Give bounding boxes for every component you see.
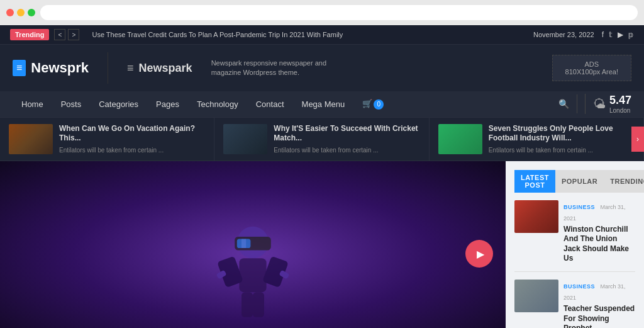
logo-left[interactable]: ≡ Newsprk xyxy=(13,60,89,76)
ads-label: ADS xyxy=(565,60,618,68)
nav-contact[interactable]: Contact xyxy=(247,92,293,116)
featured-desc-3: Entilators will be taken from certain ..… xyxy=(489,146,635,154)
featured-content-1: When Can We Go On Vacation Again? This..… xyxy=(59,124,205,154)
maximize-dot[interactable] xyxy=(28,9,35,16)
nav-categories[interactable]: Categories xyxy=(90,92,147,116)
nav-technology[interactable]: Technology xyxy=(188,92,247,116)
logo-center-text: Newspark xyxy=(139,62,192,75)
sidebar-item-meta-2: BUSINESS March 31, 2021 xyxy=(564,280,635,302)
browser-chrome xyxy=(0,0,644,25)
facebook-icon[interactable]: f xyxy=(602,30,604,39)
nav-home[interactable]: Home xyxy=(13,92,52,116)
featured-item-2[interactable]: Why It'S Easier To Succeed With Cricket … xyxy=(214,118,429,161)
sidebar-thumb-1 xyxy=(514,200,558,233)
social-icons: f 𝕥 ▶ 𝕡 xyxy=(602,30,634,39)
sidebar-item-meta-1: BUSINESS March 31, 2021 xyxy=(564,200,635,223)
youtube-icon[interactable]: ▶ xyxy=(618,30,623,39)
tab-trending[interactable]: TRENDING xyxy=(604,170,644,193)
featured-img-3 xyxy=(438,124,482,154)
svg-rect-3 xyxy=(242,239,246,247)
sidebar-item-1[interactable]: BUSINESS March 31, 2021 Winston Churchil… xyxy=(514,200,635,272)
featured-desc-2: Entilators will be taken from certain ..… xyxy=(274,146,419,154)
featured-item-3[interactable]: Seven Struggles Only People Love Footbal… xyxy=(430,118,644,161)
top-bar-nav: < > xyxy=(54,29,79,40)
logo-center[interactable]: ≡ Newspark xyxy=(127,62,192,75)
featured-content-3: Seven Struggles Only People Love Footbal… xyxy=(489,124,635,154)
cart-count: 0 xyxy=(374,99,384,110)
featured-title-3: Seven Struggles Only People Love Footbal… xyxy=(489,124,635,144)
topbar-date: November 23, 2022 xyxy=(533,31,594,38)
main-content: ENTERTAINMENT / March 31, 2021 Bobby Bro… xyxy=(0,161,644,328)
topbar-headline: Use These Travel Credit Cards To Plan A … xyxy=(92,31,533,38)
twitter-icon[interactable]: 𝕥 xyxy=(609,30,613,39)
sidebar-cat-2: BUSINESS xyxy=(564,283,595,290)
vr-figure-svg xyxy=(196,183,309,328)
featured-img-1 xyxy=(9,124,53,154)
logo-left-text: Newsprk xyxy=(31,60,89,76)
sidebar-tabs: LATEST POST POPULAR TRENDING xyxy=(514,170,635,193)
url-bar[interactable] xyxy=(40,5,638,20)
sidebar-item-2[interactable]: BUSINESS March 31, 2021 Teacher Suspende… xyxy=(514,280,635,328)
featured-title-2: Why It'S Easier To Succeed With Cricket … xyxy=(274,124,419,144)
nav-posts[interactable]: Posts xyxy=(52,92,91,116)
main-article-container: ENTERTAINMENT / March 31, 2021 Bobby Bro… xyxy=(0,161,506,328)
play-button[interactable] xyxy=(465,240,493,268)
featured-item-1[interactable]: When Can We Go On Vacation Again? This..… xyxy=(0,118,214,161)
main-article: ENTERTAINMENT / March 31, 2021 Bobby Bro… xyxy=(0,161,506,328)
featured-next-btn[interactable]: › xyxy=(631,127,644,152)
pinterest-icon[interactable]: 𝕡 xyxy=(628,30,634,39)
weather-temp: 5.47 xyxy=(609,94,631,107)
search-icon[interactable]: 🔍 xyxy=(558,99,569,109)
header-desc-line1: Newspark responsive newspaper and xyxy=(211,59,326,67)
weather-icon: 🌤 xyxy=(593,97,606,111)
top-bar-right: November 23, 2022 f 𝕥 ▶ 𝕡 xyxy=(533,30,634,39)
nav-megamenu[interactable]: Mega Menu xyxy=(293,92,354,116)
sidebar-item-content-2: BUSINESS March 31, 2021 Teacher Suspende… xyxy=(564,280,635,328)
weather-city: London xyxy=(609,107,631,114)
featured-title-1: When Can We Go On Vacation Again? This..… xyxy=(59,124,205,144)
minimize-dot[interactable] xyxy=(17,9,25,16)
tab-latest-post[interactable]: LATEST POST xyxy=(514,170,555,193)
ads-size: 810X100px Area! xyxy=(565,68,618,76)
sidebar-thumb-2 xyxy=(514,280,558,312)
header-description: Newspark responsive newspaper and magazi… xyxy=(211,59,540,78)
sidebar-cat-1: BUSINESS xyxy=(564,204,595,210)
topbar-prev-btn[interactable]: < xyxy=(54,29,65,40)
navigation: Home Posts Categories Pages Technology C… xyxy=(0,91,644,118)
header-divider xyxy=(108,52,108,84)
nav-cart[interactable]: 🛒0 xyxy=(353,91,392,117)
main-article-image xyxy=(0,161,506,328)
featured-desc-1: Entilators will be taken from certain ..… xyxy=(59,146,205,154)
svg-rect-9 xyxy=(242,292,253,317)
trending-badge: Trending xyxy=(10,29,49,40)
topbar-next-btn[interactable]: > xyxy=(68,29,79,40)
browser-dots xyxy=(6,9,35,16)
weather-widget: 🌤 5.47 London xyxy=(585,94,631,114)
nav-divider xyxy=(577,94,577,113)
sidebar: LATEST POST POPULAR TRENDING BUSINESS Ma… xyxy=(506,161,644,328)
nav-right: 🔍 🌤 5.47 London xyxy=(558,94,631,114)
svg-rect-4 xyxy=(239,258,266,292)
close-dot[interactable] xyxy=(6,9,14,16)
svg-rect-10 xyxy=(253,292,264,317)
sidebar-title-1: Winston Churchill And The Union Jack Sho… xyxy=(564,225,635,264)
sidebar-title-2: Teacher Suspended For Showing Prophet Mu… xyxy=(564,304,635,328)
tab-popular[interactable]: POPULAR xyxy=(555,170,604,193)
header-desc-line2: magazine Wordpress theme. xyxy=(211,69,299,76)
sidebar-item-content-1: BUSINESS March 31, 2021 Winston Churchil… xyxy=(564,200,635,264)
header: ≡ Newsprk ≡ Newspark Newspark responsive… xyxy=(0,45,644,91)
nav-pages[interactable]: Pages xyxy=(147,92,188,116)
featured-content-2: Why It'S Easier To Succeed With Cricket … xyxy=(274,124,419,154)
top-bar: Trending < > Use These Travel Credit Car… xyxy=(0,25,644,45)
featured-img-2 xyxy=(223,124,267,154)
weather-info: 5.47 London xyxy=(609,94,631,114)
featured-bar: When Can We Go On Vacation Again? This..… xyxy=(0,118,644,161)
logo-center-icon: ≡ xyxy=(127,62,134,75)
logo-icon: ≡ xyxy=(13,60,26,76)
ads-box: ADS 810X100px Area! xyxy=(552,55,631,81)
